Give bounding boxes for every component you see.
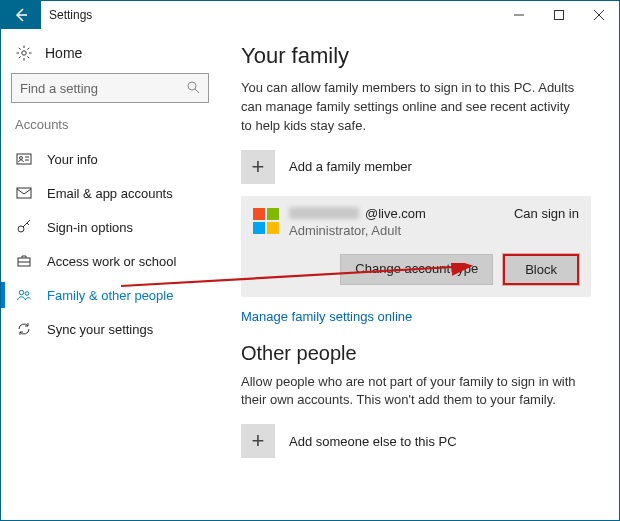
svg-line-12	[27, 48, 29, 50]
home-button[interactable]: Home	[1, 41, 219, 71]
plus-icon: +	[241, 424, 275, 458]
sidebar-item-sync[interactable]: Sync your settings	[1, 312, 219, 346]
sidebar-item-family[interactable]: Family & other people	[1, 278, 219, 312]
manage-family-link[interactable]: Manage family settings online	[241, 309, 412, 324]
svg-point-14	[188, 82, 196, 90]
svg-point-5	[22, 51, 26, 55]
microsoft-logo-icon	[253, 208, 279, 234]
nav-list: Your info Email & app accounts Sign-in o…	[1, 138, 219, 346]
sidebar-item-work[interactable]: Access work or school	[1, 244, 219, 278]
mail-icon	[15, 185, 33, 201]
family-heading: Your family	[241, 43, 591, 69]
svg-line-13	[19, 56, 21, 58]
svg-point-27	[25, 292, 29, 296]
other-people-description: Allow people who are not part of your fa…	[241, 373, 581, 411]
block-button[interactable]: Block	[503, 254, 579, 285]
svg-line-22	[23, 220, 30, 227]
svg-rect-20	[17, 188, 31, 198]
add-other-label: Add someone else to this PC	[289, 434, 457, 449]
sidebar-item-label: Email & app accounts	[47, 186, 173, 201]
add-family-member-button[interactable]: + Add a family member	[241, 150, 591, 184]
add-family-label: Add a family member	[289, 159, 412, 174]
close-button[interactable]	[579, 1, 619, 29]
home-label: Home	[45, 45, 82, 61]
sidebar-item-label: Sign-in options	[47, 220, 133, 235]
people-icon	[15, 287, 33, 303]
sidebar-item-label: Your info	[47, 152, 98, 167]
titlebar: Settings	[1, 1, 619, 29]
sidebar-item-your-info[interactable]: Your info	[1, 142, 219, 176]
minimize-button[interactable]	[499, 1, 539, 29]
back-arrow-icon	[13, 7, 29, 23]
sidebar-item-label: Access work or school	[47, 254, 176, 269]
member-role: Administrator, Adult	[289, 223, 504, 238]
svg-line-15	[195, 89, 199, 93]
section-label: Accounts	[1, 117, 219, 138]
search-placeholder: Find a setting	[20, 81, 98, 96]
member-email-domain: @live.com	[365, 206, 426, 221]
sidebar-item-signin[interactable]: Sign-in options	[1, 210, 219, 244]
sidebar: Home Find a setting Accounts Your info E…	[1, 29, 219, 520]
family-description: You can allow family members to sign in …	[241, 79, 581, 136]
back-button[interactable]	[1, 1, 41, 29]
svg-line-23	[27, 223, 29, 225]
family-member-card[interactable]: @live.com Administrator, Adult Can sign …	[241, 196, 591, 297]
window-controls	[499, 1, 619, 29]
search-icon	[186, 80, 200, 97]
member-status: Can sign in	[514, 206, 579, 221]
svg-line-11	[27, 56, 29, 58]
sync-icon	[15, 321, 33, 337]
sidebar-item-email[interactable]: Email & app accounts	[1, 176, 219, 210]
plus-icon: +	[241, 150, 275, 184]
member-email: @live.com	[289, 206, 504, 221]
sidebar-item-label: Sync your settings	[47, 322, 153, 337]
window-title: Settings	[41, 1, 499, 29]
other-people-heading: Other people	[241, 342, 591, 365]
change-account-type-button[interactable]: Change account type	[340, 254, 493, 285]
person-card-icon	[15, 151, 33, 167]
redacted-name	[289, 207, 359, 219]
key-icon	[15, 219, 33, 235]
gear-icon	[15, 45, 33, 61]
svg-point-26	[19, 290, 23, 294]
search-input[interactable]: Find a setting	[11, 73, 209, 103]
main-pane: Your family You can allow family members…	[219, 29, 619, 520]
briefcase-icon	[15, 253, 33, 269]
add-other-user-button[interactable]: + Add someone else to this PC	[241, 424, 591, 458]
svg-point-17	[20, 157, 23, 160]
maximize-button[interactable]	[539, 1, 579, 29]
sidebar-item-label: Family & other people	[47, 288, 173, 303]
svg-rect-2	[555, 11, 564, 20]
svg-rect-16	[17, 154, 31, 164]
svg-line-10	[19, 48, 21, 50]
